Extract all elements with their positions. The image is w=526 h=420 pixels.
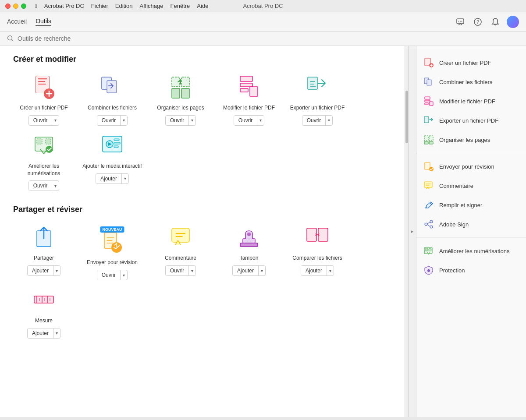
share-btn-arrow[interactable]: ▾ [53,267,60,275]
sidebar-enhance-scans-icon [423,246,434,256]
sidebar-item-comment[interactable]: Commentaire [416,176,526,195]
sidebar-item-send-review[interactable]: Envoyer pour révision [416,157,526,176]
sidebar-divider-2 [416,237,526,238]
sidebar-toggle[interactable]: ► [409,46,416,417]
sidebar-item-edit-pdf[interactable]: Modifier le fichier PDF [416,92,526,111]
sidebar-item-create-pdf[interactable]: Créer un fichier PDF [416,53,526,72]
add-media-icon [99,133,125,159]
sidebar-comment-icon [423,180,434,191]
export-pdf-btn-arrow[interactable]: ▾ [326,116,332,124]
combine-files-btn-wrap: Ouvrir ▾ [97,115,128,126]
edit-pdf-btn-arrow[interactable]: ▾ [257,116,264,124]
sidebar-item-export-pdf[interactable]: Exporter un fichier PDF [416,111,526,130]
sidebar-organize-icon [423,134,434,145]
tool-measure: Mesure Ajouter ▾ [13,287,75,339]
svg-rect-25 [37,139,42,144]
share-btn-wrap: Ajouter ▾ [27,265,60,276]
combine-files-btn[interactable]: Ouvrir [97,116,121,125]
user-avatar[interactable] [507,16,519,28]
search-input[interactable] [18,35,519,42]
svg-rect-23 [308,77,317,89]
svg-point-2 [460,21,461,21]
nav-actions: ? [454,16,519,28]
close-button[interactable] [5,4,11,9]
enhance-scans-icon [31,133,57,159]
edit-pdf-btn[interactable]: Ouvrir [234,116,258,125]
organize-pages-btn-arrow[interactable]: ▾ [189,116,195,124]
tab-outils[interactable]: Outils [36,18,51,26]
compare-files-btn-arrow[interactable]: ▾ [327,267,334,275]
export-pdf-btn-wrap: Ouvrir ▾ [302,115,333,126]
comment-btn-arrow[interactable]: ▾ [189,267,195,275]
svg-rect-63 [429,141,433,144]
nouveau-badge: NOUVEAU [100,226,124,233]
sidebar-send-review-label: Envoyer pour révision [439,163,494,170]
svg-rect-19 [240,76,252,81]
notifications-icon[interactable] [489,16,501,28]
menu-aide[interactable]: Aide [197,3,208,9]
svg-rect-57 [425,103,428,105]
edit-pdf-btn-wrap: Ouvrir ▾ [234,115,265,126]
comment-btn[interactable]: Ouvrir [166,266,189,275]
sidebar-item-combine-files[interactable]: Combiner les fichiers [416,72,526,92]
send-review-btn-arrow[interactable]: ▾ [121,271,127,279]
window-title: Acrobat Pro DC [243,3,283,9]
sidebar-export-pdf-label: Exporter un fichier PDF [439,117,498,124]
create-pdf-btn-wrap: Ouvrir ▾ [28,115,60,126]
chat-icon[interactable] [454,16,466,28]
sidebar-edit-pdf-icon [423,96,434,106]
sidebar-item-organize-pages[interactable]: Organiser les pages [416,130,526,149]
sidebar-item-adobe-sign[interactable]: Adobe Sign [416,215,526,234]
organize-pages-btn[interactable]: Ouvrir [166,116,189,125]
svg-rect-41 [318,228,328,241]
sidebar-item-protection[interactable]: Protection [416,261,526,280]
svg-point-1 [458,21,459,21]
measure-btn[interactable]: Ajouter [28,328,53,338]
tool-stamp: Tampon Ajouter ▾ [218,225,280,280]
enhance-scans-btn-arrow[interactable]: ▾ [52,182,59,190]
tab-accueil[interactable]: Accueil [7,18,27,26]
combine-files-icon [99,74,125,101]
minimize-button[interactable] [13,4,18,9]
svg-rect-60 [424,136,428,141]
tool-organize-pages: Organiser les pages Ouvrir ▾ [150,74,211,126]
sidebar-item-enhance-scans[interactable]: Améliorer les numérisations [416,241,526,261]
sidebar-combine-icon [423,77,434,87]
export-pdf-btn[interactable]: Ouvrir [302,116,326,125]
svg-rect-30 [114,139,119,141]
scrollbar[interactable] [405,46,409,417]
stamp-btn-arrow[interactable]: ▾ [259,267,265,275]
svg-rect-22 [250,87,258,96]
menu-app[interactable]: Acrobat Pro DC [44,3,84,9]
send-review-btn[interactable]: Ouvrir [97,270,121,280]
menu-fenetre[interactable]: Fenêtre [171,3,190,9]
scroll-thumb[interactable] [405,91,408,143]
help-icon[interactable]: ? [472,16,484,28]
combine-files-btn-arrow[interactable]: ▾ [121,116,127,124]
menu-apple[interactable]:  [35,3,37,9]
sidebar-combine-label: Combiner les fichiers [439,79,492,85]
tool-grid-create: Créer un fichier PDF Ouvrir ▾ [13,74,391,191]
enhance-scans-btn[interactable]: Ouvrir [29,181,53,191]
compare-files-btn[interactable]: Ajouter [301,266,327,275]
share-label: Partager [34,254,54,262]
add-media-btn-arrow[interactable]: ▾ [122,174,128,183]
sidebar-edit-pdf-label: Modifier le fichier PDF [439,98,495,105]
create-pdf-btn[interactable]: Ouvrir [29,116,53,125]
sidebar-item-fill-sign[interactable]: Remplir et signer [416,195,526,215]
svg-rect-74 [429,248,431,251]
add-media-btn-wrap: Ajouter ▾ [96,173,129,184]
measure-btn-arrow[interactable]: ▾ [53,329,60,337]
svg-point-27 [46,146,53,153]
share-btn[interactable]: Ajouter [28,266,53,275]
svg-rect-20 [240,83,252,87]
stamp-btn[interactable]: Ajouter [233,266,259,275]
maximize-button[interactable] [21,4,26,9]
add-media-btn[interactable]: Ajouter [96,174,122,184]
svg-rect-32 [114,146,118,148]
menu-edition[interactable]: Edition [115,3,133,9]
comment-btn-wrap: Ouvrir ▾ [165,265,196,276]
menu-fichier[interactable]: Fichier [91,3,108,9]
menu-affichage[interactable]: Affichage [140,3,163,9]
create-pdf-btn-arrow[interactable]: ▾ [52,116,59,124]
